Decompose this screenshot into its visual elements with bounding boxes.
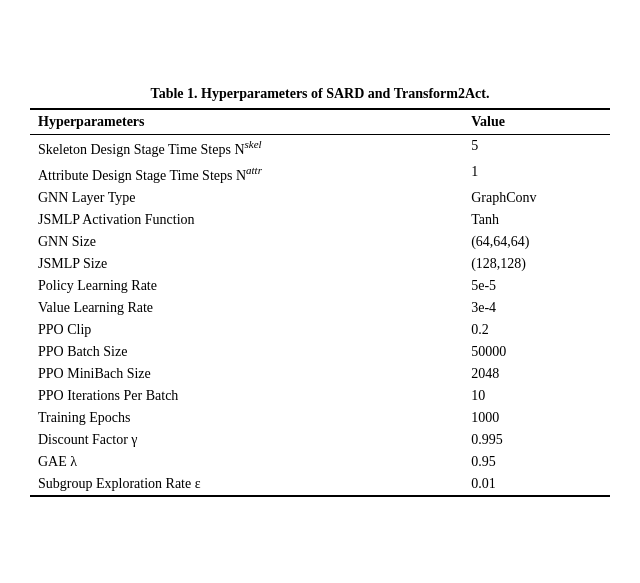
param-cell: Policy Learning Rate [30,275,463,297]
table-row: PPO MiniBach Size2048 [30,363,610,385]
value-cell: 0.995 [463,429,610,451]
table-row: GNN Size(64,64,64) [30,231,610,253]
table-row: GNN Layer TypeGraphConv [30,187,610,209]
value-cell: 1 [463,161,610,187]
param-cell: GNN Layer Type [30,187,463,209]
table-row: Subgroup Exploration Rate ε0.01 [30,473,610,496]
value-column-header: Value [463,109,610,135]
param-cell: Subgroup Exploration Rate ε [30,473,463,496]
param-cell: Discount Factor γ [30,429,463,451]
value-cell: 50000 [463,341,610,363]
caption-label: Table 1. [151,86,198,101]
value-cell: Tanh [463,209,610,231]
param-superscript: attr [246,164,262,176]
table-header-row: Hyperparameters Value [30,109,610,135]
table-row: Skeleton Design Stage Time Steps Nskel5 [30,135,610,161]
param-cell: PPO Batch Size [30,341,463,363]
table-row: JSMLP Size(128,128) [30,253,610,275]
param-column-header: Hyperparameters [30,109,463,135]
param-cell: GAE λ [30,451,463,473]
param-cell: JSMLP Size [30,253,463,275]
table-row: Value Learning Rate3e-4 [30,297,610,319]
table-row: PPO Clip0.2 [30,319,610,341]
param-cell: Value Learning Rate [30,297,463,319]
param-cell: GNN Size [30,231,463,253]
table-row: PPO Batch Size50000 [30,341,610,363]
table-row: Policy Learning Rate5e-5 [30,275,610,297]
value-cell: 0.95 [463,451,610,473]
param-cell: Skeleton Design Stage Time Steps Nskel [30,135,463,161]
value-cell: (64,64,64) [463,231,610,253]
param-cell: Attribute Design Stage Time Steps Nattr [30,161,463,187]
table-caption: Table 1. Hyperparameters of SARD and Tra… [30,86,610,102]
param-cell: PPO Clip [30,319,463,341]
param-superscript: skel [245,138,262,150]
param-cell: PPO Iterations Per Batch [30,385,463,407]
page-container: Table 1. Hyperparameters of SARD and Tra… [10,66,630,516]
table-row: PPO Iterations Per Batch10 [30,385,610,407]
value-cell: 0.01 [463,473,610,496]
value-cell: 2048 [463,363,610,385]
value-cell: 3e-4 [463,297,610,319]
value-cell: 0.2 [463,319,610,341]
value-cell: (128,128) [463,253,610,275]
table-row: JSMLP Activation FunctionTanh [30,209,610,231]
table-row: Attribute Design Stage Time Steps Nattr1 [30,161,610,187]
param-cell: JSMLP Activation Function [30,209,463,231]
value-cell: GraphConv [463,187,610,209]
caption-text: Hyperparameters of SARD and Transform2Ac… [201,86,489,101]
hyperparameters-table: Hyperparameters Value Skeleton Design St… [30,108,610,496]
value-cell: 5e-5 [463,275,610,297]
value-cell: 1000 [463,407,610,429]
param-cell: PPO MiniBach Size [30,363,463,385]
table-row: GAE λ0.95 [30,451,610,473]
param-cell: Training Epochs [30,407,463,429]
table-row: Training Epochs1000 [30,407,610,429]
table-row: Discount Factor γ0.995 [30,429,610,451]
value-cell: 10 [463,385,610,407]
value-cell: 5 [463,135,610,161]
